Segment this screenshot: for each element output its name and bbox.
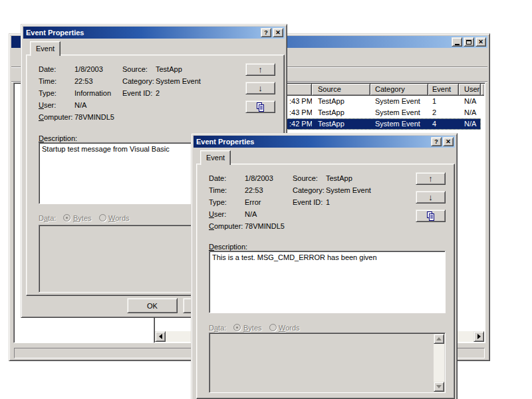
dialog-front-title: Event Properties (194, 138, 254, 146)
tab-event[interactable]: Event (200, 150, 231, 165)
column-header-event[interactable]: Event (428, 84, 459, 96)
field-label-time: Time: (209, 186, 227, 194)
close-icon: ✕ (478, 39, 483, 45)
scroll-down-button[interactable] (434, 382, 444, 392)
close-icon: ✕ (275, 29, 281, 36)
previous-event-button[interactable]: ↑ (416, 172, 446, 185)
field-value-computer: 78VMINDL5 (74, 113, 114, 121)
words-radio-label: Words (108, 214, 130, 222)
next-event-button[interactable]: ↓ (245, 82, 275, 94)
field-label-category: Category: (293, 186, 325, 194)
field-value-type: Error (245, 198, 261, 206)
ok-button[interactable]: OK (127, 298, 178, 313)
help-icon: ? (434, 138, 438, 145)
up-arrow-icon: ↑ (258, 65, 263, 74)
close-button[interactable]: ✕ (443, 137, 454, 146)
field-label-source: Source: (122, 65, 148, 73)
data-label: Data: (39, 214, 56, 222)
column-header-source[interactable]: Source (312, 84, 370, 96)
cell-user: N/A (459, 118, 481, 130)
scroll-left-button[interactable] (155, 331, 166, 342)
field-value-event-id: 2 (156, 89, 160, 97)
data-bytes-radio (63, 214, 70, 221)
previous-event-button[interactable]: ↑ (245, 63, 275, 76)
field-label-time: Time: (39, 77, 57, 85)
field-value-source: TestApp (156, 65, 182, 73)
field-value-computer: 78VMINDL5 (245, 222, 285, 230)
dialog-front-titlebar[interactable]: Event Properties ? ✕ (194, 136, 455, 148)
data-box (209, 332, 446, 393)
data-label: Data: (209, 324, 226, 332)
field-label-computer: Computer: (209, 222, 243, 230)
cell-user: N/A (459, 107, 481, 118)
field-label-computer: Computer: (39, 113, 72, 121)
cell-event: 2 (428, 107, 459, 118)
scroll-up-button[interactable] (434, 334, 444, 344)
field-label-user: User: (39, 101, 56, 109)
close-icon: ✕ (446, 138, 451, 145)
tab-event-label: Event (206, 154, 225, 162)
dialog-back-titlebar[interactable]: Event Properties ? ✕ (23, 27, 285, 39)
field-label-event-id: Event ID: (122, 89, 152, 97)
data-words-radio (269, 324, 277, 331)
down-arrow-icon: ↓ (428, 193, 433, 201)
description-text: This is a test. MSG_CMD_ERROR has been g… (212, 253, 377, 261)
bytes-radio-label: Bytes (243, 324, 262, 332)
help-icon: ? (264, 29, 268, 36)
minimize-button[interactable] (452, 37, 462, 47)
scroll-left-icon (159, 334, 162, 339)
cell-category: System Event (370, 96, 428, 107)
ok-button-label: OK (147, 302, 158, 310)
field-label-type: Type: (39, 89, 57, 97)
column-header-filler (481, 84, 484, 96)
cell-category: System Event (370, 118, 428, 130)
data-vscrollbar[interactable] (434, 334, 444, 392)
field-label-event-id: Event ID: (293, 198, 323, 206)
cell-source: TestApp (312, 96, 370, 107)
bytes-radio-label: Bytes (73, 214, 92, 222)
field-value-type: Information (74, 89, 111, 97)
cell-event: 4 (428, 118, 459, 130)
data-words-radio (99, 214, 106, 221)
maximize-button[interactable] (464, 37, 474, 47)
scroll-down-icon (436, 385, 442, 388)
copy-icon (255, 102, 265, 112)
copy-button[interactable] (416, 209, 446, 222)
next-event-button[interactable]: ↓ (416, 191, 446, 203)
field-label-category: Category: (122, 77, 154, 85)
field-label-user: User: (209, 210, 226, 218)
cell-source: TestApp (312, 107, 370, 118)
cell-source: TestApp (312, 118, 370, 130)
desktop: ✕ Source Category Event User (0, 0, 532, 399)
words-radio-label: Words (279, 324, 300, 332)
up-arrow-icon: ↑ (428, 174, 433, 183)
cell-event: 1 (428, 96, 459, 107)
close-button[interactable]: ✕ (273, 28, 283, 37)
close-button[interactable]: ✕ (475, 37, 486, 47)
tab-event[interactable]: Event (30, 41, 61, 56)
tab-event-label: Event (36, 45, 55, 53)
field-label-type: Type: (209, 198, 227, 206)
field-value-source: TestApp (326, 174, 352, 182)
scroll-right-button[interactable] (473, 331, 484, 342)
cell-user: N/A (459, 96, 481, 107)
copy-button[interactable] (245, 100, 275, 113)
dialog-back-title: Event Properties (23, 29, 84, 37)
field-value-category: System Event (326, 186, 371, 194)
maximize-icon (466, 40, 471, 45)
field-value-category: System Event (156, 77, 201, 85)
field-label-source: Source: (293, 174, 318, 182)
column-header-category[interactable]: Category (370, 84, 428, 96)
down-arrow-icon: ↓ (258, 84, 263, 92)
copy-icon (426, 211, 436, 221)
field-label-date: Date: (209, 174, 226, 182)
column-header-user[interactable]: User (459, 84, 481, 96)
help-button[interactable]: ? (261, 28, 271, 37)
help-button[interactable]: ? (431, 137, 442, 146)
description-box[interactable]: This is a test. MSG_CMD_ERROR has been g… (209, 251, 446, 313)
field-value-user: N/A (245, 210, 257, 218)
scroll-right-icon (477, 334, 481, 339)
field-label-date: Date: (39, 65, 56, 73)
description-label: Description: (209, 243, 247, 251)
cell-category: System Event (370, 107, 428, 118)
